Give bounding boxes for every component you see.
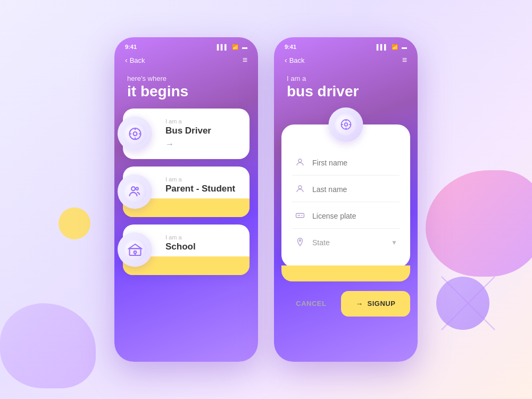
state-select[interactable]: State Alabama California New York Texas (312, 238, 385, 247)
back-label-2: Back (289, 56, 305, 64)
state-field: State Alabama California New York Texas … (292, 231, 400, 255)
signup-label: SIGNUP (367, 300, 395, 307)
battery-icon-2: ▬ (402, 44, 407, 50)
first-name-input[interactable] (312, 159, 405, 167)
phone1-header: here's where it begins (114, 69, 258, 109)
phone1-header-sub: here's where (127, 74, 245, 82)
svg-point-11 (134, 251, 136, 254)
phone-2: 9:41 ▌▌▌ 📶 ▬ ‹ Back ≡ I am a bus driver (274, 37, 418, 362)
bg-blob-yellow (59, 207, 90, 239)
phone-1: 9:41 ▌▌▌ 📶 ▬ ‹ Back ≡ here's where it be… (114, 37, 258, 362)
signup-arrow-icon: → (355, 300, 363, 308)
role-cards: I am a Bus Driver → (114, 109, 258, 282)
cancel-button[interactable]: CANCEL (281, 291, 341, 316)
wifi-icon-2: 📶 (392, 44, 398, 50)
chevron-left-icon-2: ‹ (285, 56, 287, 64)
bg-blob-lines (436, 271, 500, 335)
svg-point-8 (131, 187, 135, 190)
license-plate-input[interactable] (312, 212, 405, 220)
action-buttons: CANCEL → SIGNUP (281, 291, 410, 317)
svg-point-20 (298, 186, 302, 189)
phone2-header: I am a bus driver (274, 69, 418, 109)
card-icon (294, 211, 306, 222)
status-icons-1: ▌▌▌ 📶 ▬ (217, 44, 247, 50)
svg-point-14 (344, 123, 347, 126)
person-icon-1 (294, 157, 306, 169)
phone2-header-sub: I am a (287, 74, 405, 82)
nav-bar-2: ‹ Back ≡ (274, 53, 418, 69)
form-card-yellow-accent (281, 265, 410, 281)
status-bar-1: 9:41 ▌▌▌ 📶 ▬ (114, 37, 258, 53)
wifi-icon: 📶 (232, 44, 238, 50)
school-small-label: I am a (165, 234, 239, 240)
role-card-bus-driver[interactable]: I am a Bus Driver → (123, 109, 250, 159)
bus-driver-main-label: Bus Driver (165, 126, 239, 136)
person-icon-2 (294, 184, 306, 195)
parent-student-icon (118, 174, 152, 209)
back-button-2[interactable]: ‹ Back (285, 56, 305, 64)
time-2: 9:41 (285, 44, 296, 50)
back-button-1[interactable]: ‹ Back (125, 56, 145, 64)
status-icons-2: ▌▌▌ 📶 ▬ (377, 44, 407, 50)
parent-student-main-label: Parent - Student (165, 184, 239, 194)
select-arrow-icon: ▼ (391, 239, 397, 246)
svg-point-3 (133, 132, 137, 136)
nav-bar-1: ‹ Back ≡ (114, 53, 258, 69)
bg-blob-pink (426, 170, 532, 277)
first-name-field (292, 151, 400, 176)
svg-point-19 (298, 159, 302, 162)
phone1-header-main: it begins (127, 84, 245, 100)
role-card-parent-student[interactable]: I am a Parent - Student → (123, 167, 250, 217)
bus-driver-icon (118, 117, 152, 151)
signup-button[interactable]: → SIGNUP (341, 291, 410, 317)
menu-icon-2[interactable]: ≡ (402, 55, 407, 65)
svg-point-24 (300, 239, 301, 241)
last-name-field (292, 178, 400, 202)
form-card-icon (329, 107, 363, 142)
back-label-1: Back (130, 56, 145, 64)
license-plate-field (292, 204, 400, 229)
phones-container: 9:41 ▌▌▌ 📶 ▬ ‹ Back ≡ here's where it be… (114, 37, 418, 362)
signal-icon: ▌▌▌ (217, 44, 228, 50)
school-main-label: School (165, 242, 239, 252)
form-card: State Alabama California New York Texas … (281, 124, 410, 268)
time-1: 9:41 (125, 44, 137, 50)
last-name-input[interactable] (312, 185, 405, 194)
status-bar-2: 9:41 ▌▌▌ 📶 ▬ (274, 37, 418, 53)
bus-driver-small-label: I am a (165, 118, 239, 124)
battery-icon: ▬ (242, 44, 247, 50)
svg-point-9 (136, 187, 138, 190)
school-icon (118, 232, 152, 267)
phone2-header-main: bus driver (287, 84, 405, 100)
parent-student-small-label: I am a (165, 176, 239, 182)
role-card-school[interactable]: I am a School → (123, 225, 250, 275)
bg-blob-purple-large (0, 303, 96, 388)
chevron-left-icon: ‹ (125, 56, 128, 64)
location-icon (294, 237, 306, 248)
signal-icon-2: ▌▌▌ (377, 44, 388, 50)
bus-driver-arrow: → (165, 139, 239, 149)
menu-icon-1[interactable]: ≡ (243, 55, 247, 65)
